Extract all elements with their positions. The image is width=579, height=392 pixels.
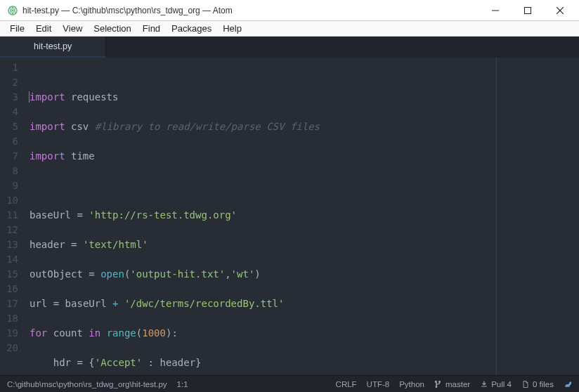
minimize-button[interactable]	[479, 0, 512, 21]
status-lineending[interactable]: CRLF	[336, 380, 357, 388]
pull-label: Pull 4	[491, 380, 512, 388]
line-number: 8	[0, 164, 25, 178]
line-number: 5	[0, 119, 25, 134]
line-number: 12	[0, 223, 25, 237]
line-number: 16	[0, 282, 25, 296]
file-icon	[521, 380, 530, 388]
line-number: 7	[0, 149, 25, 164]
menu-selection[interactable]: Selection	[88, 22, 136, 35]
line-number: 1	[0, 60, 25, 75]
status-git-pull[interactable]: Pull 4	[480, 380, 512, 388]
wrap-guide	[496, 58, 497, 375]
line-number: 19	[0, 326, 25, 341]
line-number: 14	[0, 252, 25, 267]
editor-pane[interactable]: 1 2 3 4 5 6 7 8 9 10 11 12 13 14 15 16 1…	[0, 58, 579, 375]
window-controls	[479, 0, 576, 21]
line-number: 6	[0, 134, 25, 149]
line-number: 9	[0, 178, 25, 193]
line-number: 20	[0, 341, 25, 355]
line-number: 11	[0, 208, 25, 223]
menu-find[interactable]: Find	[137, 22, 166, 35]
tab-hit-test[interactable]: hit-test.py	[0, 37, 106, 58]
svg-rect-5	[525, 7, 531, 13]
maximize-button[interactable]	[512, 0, 544, 21]
tab-spacer	[106, 37, 579, 58]
download-icon	[480, 380, 488, 388]
atom-app-icon	[7, 5, 18, 16]
squirrel-icon[interactable]	[564, 380, 572, 388]
menu-edit[interactable]: Edit	[30, 22, 57, 35]
window-title: hit-test.py — C:\github\msc\python\rs_td…	[22, 6, 479, 15]
menu-help[interactable]: Help	[217, 22, 247, 35]
line-number: 10	[0, 193, 25, 208]
line-number: 17	[0, 296, 25, 311]
branch-name: master	[445, 380, 470, 388]
line-number: 2	[0, 75, 25, 90]
files-label: 0 files	[533, 380, 554, 388]
menu-packages[interactable]: Packages	[166, 22, 217, 35]
status-filepath[interactable]: C:\github\msc\python\rs_tdwg_org\hit-tes…	[7, 380, 167, 388]
window-titlebar: hit-test.py — C:\github\msc\python\rs_td…	[0, 0, 579, 21]
status-language[interactable]: Python	[399, 380, 424, 388]
status-git-files[interactable]: 0 files	[521, 380, 554, 388]
menu-view[interactable]: View	[57, 22, 88, 35]
status-bar: C:\github\msc\python\rs_tdwg_org\hit-tes…	[0, 375, 579, 392]
line-number: 13	[0, 237, 25, 252]
line-gutter: 1 2 3 4 5 6 7 8 9 10 11 12 13 14 15 16 1…	[0, 58, 25, 375]
svg-point-1	[12, 9, 14, 11]
close-button[interactable]	[544, 0, 576, 21]
line-number: 4	[0, 105, 25, 119]
line-number: 18	[0, 311, 25, 326]
line-number: 15	[0, 267, 25, 282]
line-number: 3	[0, 90, 25, 105]
code-area[interactable]: import requests import csv #library to r…	[25, 58, 579, 375]
menu-file[interactable]: File	[4, 22, 30, 35]
status-git-branch[interactable]: master	[434, 380, 470, 388]
status-encoding[interactable]: UTF-8	[367, 380, 390, 388]
status-cursor[interactable]: 1:1	[177, 380, 188, 388]
tab-bar: hit-test.py	[0, 37, 579, 58]
menu-bar: File Edit View Selection Find Packages H…	[0, 21, 579, 37]
git-branch-icon	[434, 380, 443, 388]
tab-label: hit-test.py	[34, 41, 72, 51]
